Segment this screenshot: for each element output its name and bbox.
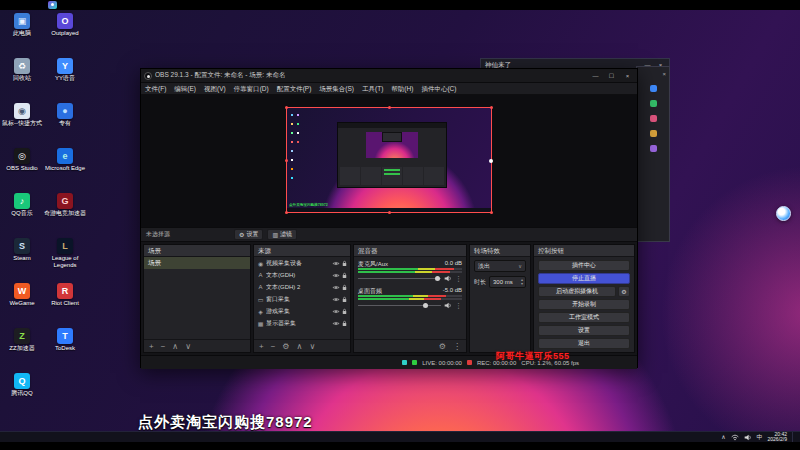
- lock-icon[interactable]: [342, 272, 347, 279]
- source-properties-button[interactable]: ⚙ 设置: [234, 229, 263, 240]
- desktop-icon[interactable]: ◎ OBS Studio: [1, 148, 43, 183]
- source-list-item[interactable]: ◉ 视频采集设备: [254, 257, 350, 269]
- scenes-dock-title[interactable]: 场景: [144, 245, 250, 257]
- clock[interactable]: 20:42 2026/2/9: [768, 432, 787, 443]
- hidden-icons-chevron[interactable]: ∧: [721, 432, 725, 443]
- volume-icon[interactable]: [744, 434, 752, 441]
- lock-icon[interactable]: [342, 320, 347, 327]
- resize-handle[interactable]: [489, 159, 493, 163]
- desktop-icon[interactable]: R Riot Client: [44, 283, 86, 318]
- channel-options-icon[interactable]: ⋮: [455, 302, 462, 309]
- desktop-icon[interactable]: ◉ 鼠标--快捷方式: [1, 103, 43, 138]
- desktop-icon[interactable]: T ToDesk: [44, 328, 86, 363]
- resize-handle[interactable]: [490, 211, 493, 214]
- floating-assistant-button[interactable]: [776, 206, 791, 221]
- desktop-icon[interactable]: Q 腾讯QQ: [1, 373, 43, 408]
- controls-dock-title[interactable]: 控制按钮: [534, 245, 634, 257]
- transition-select[interactable]: 淡出 ∨: [474, 260, 526, 272]
- panel-app-icon[interactable]: [650, 100, 657, 107]
- obs-titlebar[interactable]: OBS 29.1.3 - 配置文件: 未命名 - 场景: 未命名 — ☐ ×: [141, 69, 637, 83]
- desktop-icon[interactable]: Z ZZ加速器: [1, 328, 43, 363]
- control-button[interactable]: 工作室模式: [538, 312, 630, 323]
- visibility-eye-icon[interactable]: [332, 309, 340, 314]
- lock-icon[interactable]: [342, 284, 347, 291]
- desktop-icon[interactable]: W WeGame: [1, 283, 43, 318]
- source-filters-button[interactable]: ▥ 滤镜: [267, 229, 297, 240]
- resize-handle[interactable]: [285, 106, 288, 109]
- add-source-icon[interactable]: +: [259, 342, 264, 351]
- minimize-button[interactable]: —: [589, 73, 602, 79]
- language-indicator[interactable]: 中: [757, 432, 763, 443]
- menu-item[interactable]: 视图(V): [200, 83, 230, 94]
- resize-handle[interactable]: [388, 106, 391, 109]
- menu-item[interactable]: 场景集合(S): [315, 83, 358, 94]
- menu-item[interactable]: 配置文件(P): [273, 83, 316, 94]
- control-button[interactable]: 开始录制: [538, 299, 630, 310]
- preview-canvas[interactable]: 点外卖淘宝闪购搜78972: [141, 95, 637, 227]
- menu-item[interactable]: 插件中心(C): [417, 83, 460, 94]
- menu-item[interactable]: 编辑(E): [170, 83, 200, 94]
- panel-app-icon[interactable]: [650, 130, 657, 137]
- menu-item[interactable]: 工具(T): [358, 83, 387, 94]
- source-list-item[interactable]: ◈ 游戏采集: [254, 305, 350, 317]
- control-button[interactable]: 停止直播: [538, 273, 630, 284]
- desktop-icon[interactable]: S Steam: [1, 238, 43, 273]
- volume-slider[interactable]: [358, 274, 441, 282]
- visibility-eye-icon[interactable]: [332, 261, 340, 266]
- speaker-icon[interactable]: [444, 275, 452, 282]
- resize-handle[interactable]: [388, 211, 391, 214]
- mixer-options-icon[interactable]: ⋮: [453, 342, 461, 351]
- volume-slider[interactable]: [358, 301, 441, 309]
- menu-item[interactable]: 停靠窗口(D): [230, 83, 273, 94]
- add-scene-icon[interactable]: +: [149, 342, 154, 351]
- control-button[interactable]: 退出: [538, 338, 630, 349]
- desktop-icon[interactable]: O Outplayed: [44, 13, 86, 48]
- show-desktop-button[interactable]: [792, 432, 795, 442]
- source-list-item[interactable]: A 文本(GDH): [254, 269, 350, 281]
- source-properties-icon[interactable]: ⚙: [282, 342, 289, 351]
- source-down-icon[interactable]: ∨: [309, 342, 315, 351]
- visibility-eye-icon[interactable]: [332, 297, 340, 302]
- remove-source-icon[interactable]: −: [271, 342, 276, 351]
- resize-handle[interactable]: [285, 159, 288, 162]
- maximize-button[interactable]: ☐: [605, 72, 618, 79]
- scene-up-icon[interactable]: ∧: [172, 342, 178, 351]
- desktop-icon[interactable]: ▣ 此电脑: [1, 13, 43, 48]
- control-button[interactable]: 设置: [538, 325, 630, 336]
- menu-item[interactable]: 文件(F): [141, 83, 170, 94]
- mixer-settings-icon[interactable]: ⚙: [439, 342, 446, 351]
- transitions-dock-title[interactable]: 转场特效: [470, 245, 530, 257]
- spinner-arrows-icon[interactable]: ▴▾: [521, 278, 523, 286]
- scene-down-icon[interactable]: ∨: [185, 342, 191, 351]
- resize-handle[interactable]: [490, 106, 493, 109]
- remove-scene-icon[interactable]: −: [161, 342, 166, 351]
- visibility-eye-icon[interactable]: [332, 321, 340, 326]
- panel-app-icon[interactable]: [650, 85, 657, 92]
- network-icon[interactable]: [731, 434, 739, 441]
- desktop-icon[interactable]: G 奇游电竞加速器: [44, 193, 86, 228]
- desktop-icon[interactable]: ● 专有: [44, 103, 86, 138]
- desktop-icon[interactable]: ♻ 回收站: [1, 58, 43, 93]
- visibility-eye-icon[interactable]: [332, 285, 340, 290]
- lock-icon[interactable]: [342, 296, 347, 303]
- control-button[interactable]: 插件中心: [538, 260, 630, 271]
- close-button[interactable]: ×: [621, 73, 634, 79]
- virtual-camera-settings-icon[interactable]: ⚙: [618, 286, 630, 297]
- source-up-icon[interactable]: ∧: [297, 342, 303, 351]
- mixer-dock-title[interactable]: 混音器: [354, 245, 466, 257]
- sources-dock-title[interactable]: 来源: [254, 245, 350, 257]
- close-icon[interactable]: ×: [662, 71, 666, 77]
- scene-list-item[interactable]: 场景: [144, 257, 250, 269]
- desktop-icon[interactable]: ♪ QQ音乐: [1, 193, 43, 228]
- control-button[interactable]: 启动虚拟摄像机: [538, 286, 616, 297]
- source-list-item[interactable]: A 文本(GDH) 2: [254, 281, 350, 293]
- source-list-item[interactable]: ▦ 显示器采集: [254, 317, 350, 329]
- lock-icon[interactable]: [342, 260, 347, 267]
- source-list-item[interactable]: ▭ 窗口采集: [254, 293, 350, 305]
- panel-app-icon[interactable]: [650, 115, 657, 122]
- lock-icon[interactable]: [342, 308, 347, 315]
- desktop-icon[interactable]: L League of Legends: [44, 238, 86, 273]
- desktop-icon[interactable]: e Microsoft Edge: [44, 148, 86, 183]
- captured-screen-source[interactable]: 点外卖淘宝闪购搜78972: [286, 107, 492, 213]
- visibility-eye-icon[interactable]: [332, 273, 340, 278]
